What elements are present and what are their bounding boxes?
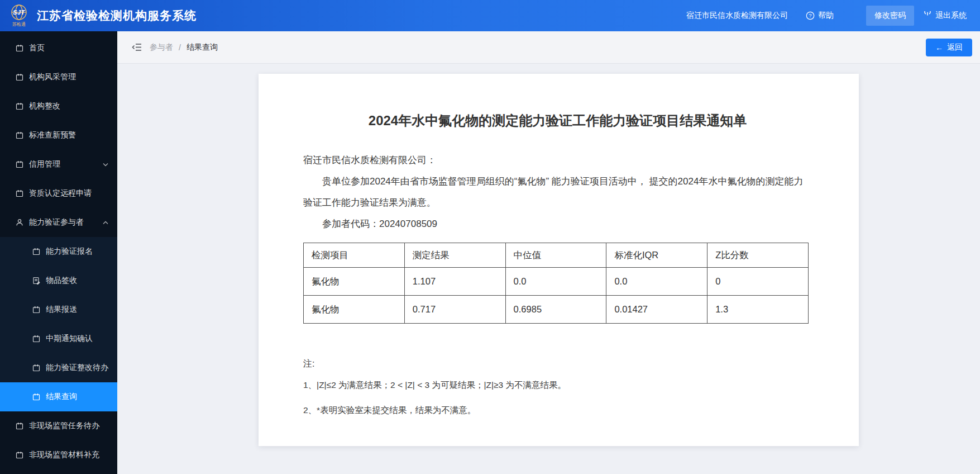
sidebar-item-standard-alert[interactable]: 标准查新预警 <box>0 121 117 150</box>
question-circle-icon: ? <box>806 11 815 20</box>
sidebar-item-pt-participant[interactable]: 能力验证参与者 <box>0 208 117 237</box>
col-header-normalized-iqr: 标准化IQR <box>606 243 707 268</box>
sidebar-item-org-showcase[interactable]: 机构风采管理 <box>0 63 117 92</box>
breadcrumb-parent: 参与者 <box>150 42 173 53</box>
sidebar: 首页 机构风采管理 机构整改 标准查新预警 信用管理 <box>0 31 117 474</box>
cell-z-score: 1.3 <box>707 296 809 324</box>
user-icon <box>16 219 23 226</box>
back-button-label: 返回 <box>947 42 963 53</box>
calendar-icon <box>16 160 23 168</box>
breadcrumb-separator: / <box>179 43 181 52</box>
cell-normalized-iqr: 0.0 <box>606 268 707 296</box>
svg-text:?: ? <box>809 12 811 18</box>
sidebar-item-org-rectify[interactable]: 机构整改 <box>0 92 117 121</box>
sidebar-item-pt-rectify-todo[interactable]: 能力验证整改待办 <box>0 353 117 382</box>
chevron-down-icon <box>103 162 108 167</box>
sidebar-item-offsite-material[interactable]: 非现场监管材料补充 <box>0 440 117 470</box>
col-header-median: 中位值 <box>505 243 606 268</box>
col-header-test-item: 检测项目 <box>304 243 405 268</box>
participant-code-value: 20240708509 <box>379 219 437 229</box>
calendar-icon <box>32 393 40 401</box>
calendar-icon <box>16 189 23 197</box>
cell-test-item: 氟化物 <box>304 296 405 324</box>
breadcrumb: 参与者 / 结果查询 ← 返回 <box>117 31 980 64</box>
app-title: 江苏省检验检测机构服务系统 <box>37 8 197 23</box>
logout-button[interactable]: 退出系统 <box>923 11 967 21</box>
sidebar-item-item-receipt[interactable]: 物品签收 <box>0 266 117 295</box>
calendar-icon <box>16 102 23 110</box>
menu-fold-icon[interactable] <box>132 42 142 52</box>
calendar-icon <box>16 422 23 430</box>
cell-measured-result: 0.717 <box>404 296 505 324</box>
help-label: 帮助 <box>818 11 834 21</box>
participant-code-label: 参加者代码： <box>322 219 379 229</box>
calendar-icon <box>16 44 23 52</box>
sidebar-item-offsite-task-todo[interactable]: 非现场监管任务待办 <box>0 411 117 440</box>
breadcrumb-current: 结果查询 <box>187 42 218 53</box>
cell-measured-result: 1.107 <box>404 268 505 296</box>
brand: SJT 苏检通 江苏省检验检测机构服务系统 <box>8 2 197 30</box>
cell-normalized-iqr: 0.01427 <box>606 296 707 324</box>
chevron-up-icon <box>103 220 108 225</box>
sidebar-item-midterm-confirm[interactable]: 中期通知确认 <box>0 324 117 353</box>
globe-icon: SJT <box>9 4 28 21</box>
document-salutation: 宿迁市民信水质检测有限公司： <box>303 150 812 171</box>
help-button[interactable]: ? 帮助 <box>806 11 834 21</box>
document-paragraph: 贵单位参加2024年由省市场监督管理局组织的“氟化物” 能力验证项目活动中， 提… <box>303 171 812 214</box>
cell-z-score: 0 <box>707 268 809 296</box>
sidebar-item-home[interactable]: 首页 <box>0 34 117 63</box>
calendar-icon <box>16 451 23 459</box>
app-root: SJT 苏检通 江苏省检验检测机构服务系统 宿迁市民信水质检测有限公司 ? 帮助… <box>0 0 980 474</box>
document-title: 2024年水中氟化物的测定能力验证工作能力验证项目结果通知单 <box>303 112 812 130</box>
note-item-2: 2、*表明实验室未提交结果，结果为不满意。 <box>303 400 812 420</box>
col-header-z-score: Z比分数 <box>707 243 809 268</box>
power-icon <box>923 11 932 20</box>
sidebar-item-result-query[interactable]: 结果查询 <box>0 382 117 411</box>
result-table: 检测项目 测定结果 中位值 标准化IQR Z比分数 氟化物 1.107 <box>303 243 809 324</box>
calendar-icon <box>32 335 40 343</box>
calendar-icon <box>32 364 40 372</box>
result-notice-document: 2024年水中氟化物的测定能力验证工作能力验证项目结果通知单 宿迁市民信水质检测… <box>259 74 859 446</box>
sidebar-item-result-submit[interactable]: 结果报送 <box>0 295 117 324</box>
table-header-row: 检测项目 测定结果 中位值 标准化IQR Z比分数 <box>304 243 809 268</box>
sidebar-item-remote-apply[interactable]: 资质认定远程申请 <box>0 179 117 208</box>
calendar-icon <box>32 306 40 314</box>
participant-code-line: 参加者代码：20240708509 <box>303 214 812 235</box>
sidebar-menu: 首页 机构风采管理 机构整改 标准查新预警 信用管理 <box>0 34 117 470</box>
change-password-button[interactable]: 修改密码 <box>866 6 914 26</box>
calendar-icon <box>16 131 23 139</box>
top-header: SJT 苏检通 江苏省检验检测机构服务系统 宿迁市民信水质检测有限公司 ? 帮助… <box>0 0 980 31</box>
app-logo: SJT 苏检通 <box>8 2 30 30</box>
clipboard-icon <box>32 277 40 285</box>
table-row: 氟化物 1.107 0.0 0.0 0 <box>304 268 809 296</box>
col-header-measured-result: 测定结果 <box>404 243 505 268</box>
back-button[interactable]: ← 返回 <box>926 39 972 56</box>
notes-label: 注: <box>303 358 812 370</box>
content-area: 参与者 / 结果查询 ← 返回 2024年水中氟化物的测定能力验证工作能力验证项… <box>117 31 980 474</box>
logout-label: 退出系统 <box>935 11 967 21</box>
sidebar-item-credit-mgmt[interactable]: 信用管理 <box>0 150 117 179</box>
cell-median: 0.0 <box>505 268 606 296</box>
page-body: 2024年水中氟化物的测定能力验证工作能力验证项目结果通知单 宿迁市民信水质检测… <box>117 64 980 474</box>
logo-caption: 苏检通 <box>12 21 26 27</box>
current-company-label: 宿迁市民信水质检测有限公司 <box>686 11 788 21</box>
calendar-icon <box>16 73 23 81</box>
table-row: 氟化物 0.717 0.6985 0.01427 1.3 <box>304 296 809 324</box>
logo-abbr: SJT <box>9 9 28 16</box>
pt-participant-submenu: 能力验证报名 物品签收 结果报送 中期通知确认 <box>0 237 117 411</box>
calendar-icon <box>32 248 40 255</box>
cell-test-item: 氟化物 <box>304 268 405 296</box>
note-item-1: 1、|Z|≤2 为满意结果；2 < |Z| < 3 为可疑结果；|Z|≥3 为不… <box>303 375 812 395</box>
sidebar-item-pt-signup[interactable]: 能力验证报名 <box>0 237 117 266</box>
cell-median: 0.6985 <box>505 296 606 324</box>
header-actions: 宿迁市民信水质检测有限公司 ? 帮助 修改密码 退出系统 <box>686 6 967 26</box>
back-arrow-icon: ← <box>935 43 943 52</box>
